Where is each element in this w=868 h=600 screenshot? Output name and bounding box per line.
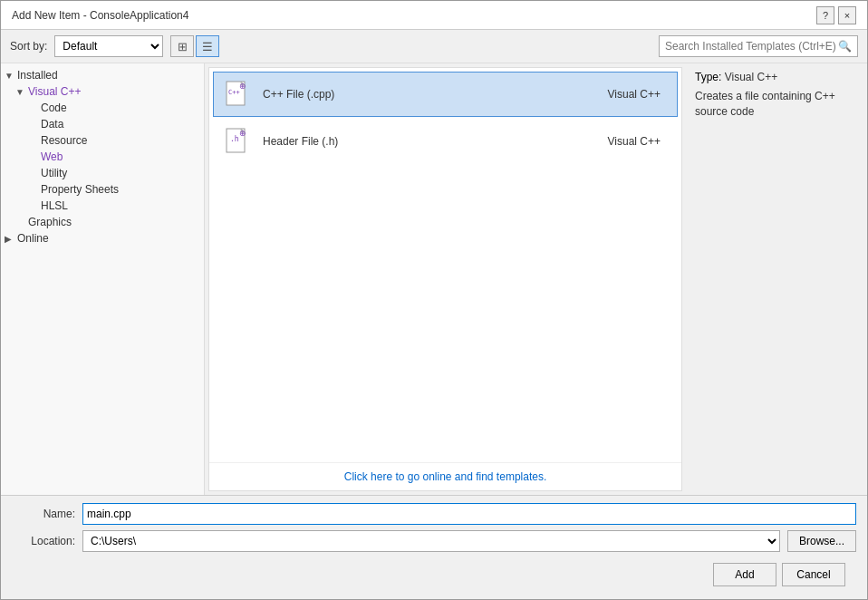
search-icon: 🔍: [838, 40, 852, 53]
view-grid-button[interactable]: ⊞: [170, 35, 194, 57]
type-value: Visual C++: [725, 71, 777, 83]
template-item-cpp[interactable]: C++ ⊕ C++ File (.cpp) Visual C++: [213, 72, 678, 117]
tree-label-graphics: Graphics: [28, 216, 72, 228]
expand-icon-vcpp: ▼: [15, 87, 24, 97]
toolbar: Sort by: Default Name Type ⊞ ☰ 🔍: [1, 30, 867, 63]
spacer-icon-util: [28, 169, 37, 179]
online-link-area: Click here to go online and find templat…: [209, 462, 681, 490]
tree-item-visual-cpp[interactable]: ▼ Visual C++: [1, 83, 204, 100]
name-input[interactable]: [82, 503, 856, 525]
tree-item-graphics[interactable]: Graphics: [1, 214, 204, 230]
content-area: ▼ Installed ▼ Visual C++ Code: [1, 63, 867, 495]
svg-text:C++: C++: [228, 89, 240, 96]
template-item-header[interactable]: .h ⊕ Header File (.h) Visual C++: [213, 119, 678, 164]
location-label: Location:: [12, 535, 75, 547]
online-link[interactable]: Click here to go online and find templat…: [344, 470, 546, 483]
view-buttons: ⊞ ☰: [170, 35, 219, 57]
expand-icon-online: ▶: [5, 234, 14, 244]
tree-label-web: Web: [41, 150, 63, 163]
svg-text:⊕: ⊕: [239, 82, 246, 91]
template-name-header: Header File (.h): [263, 135, 608, 148]
spacer-icon-data: [28, 120, 37, 130]
template-name-cpp: C++ File (.cpp): [263, 88, 608, 101]
help-button[interactable]: ?: [816, 6, 834, 24]
tree-label-utility: Utility: [41, 167, 67, 179]
tree-item-property-sheets[interactable]: Property Sheets: [1, 181, 204, 198]
tree-label-installed: Installed: [17, 69, 58, 82]
tree-label-hlsl: HLSL: [41, 199, 68, 212]
tree-item-utility[interactable]: Utility: [1, 165, 204, 181]
spacer-icon-hlsl: [28, 201, 37, 211]
spacer-icon-web: [28, 152, 37, 162]
tree-label-code: Code: [41, 102, 67, 114]
template-list: C++ ⊕ C++ File (.cpp) Visual C++: [209, 68, 681, 462]
view-list-button[interactable]: ☰: [196, 35, 219, 57]
tree-item-data[interactable]: Data: [1, 116, 204, 132]
tree-label-online: Online: [17, 232, 49, 245]
close-button[interactable]: ×: [838, 6, 856, 24]
template-lang-header: Visual C++: [608, 135, 661, 148]
browse-button[interactable]: Browse...: [787, 530, 856, 552]
tree-item-resource[interactable]: Resource: [1, 132, 204, 149]
add-button[interactable]: Add: [713, 563, 776, 586]
cpp-file-icon: C++ ⊕: [221, 78, 254, 111]
expand-icon: ▼: [5, 71, 14, 81]
tree-item-installed[interactable]: ▼ Installed: [1, 67, 204, 83]
tree-label-resource: Resource: [41, 134, 87, 147]
spacer-icon: [28, 103, 37, 113]
name-label: Name:: [12, 508, 75, 520]
name-row: Name:: [12, 503, 856, 525]
add-new-item-dialog: Add New Item - ConsoleApplication4 ? × S…: [0, 0, 868, 600]
main-panel: C++ ⊕ C++ File (.cpp) Visual C++: [208, 67, 682, 491]
header-file-icon: .h ⊕: [221, 125, 254, 158]
spacer-icon-res: [28, 136, 37, 146]
type-description: Creates a file containing C++ source cod…: [695, 89, 858, 120]
type-label: Type:: [695, 71, 721, 83]
dialog-title: Add New Item - ConsoleApplication4: [12, 9, 188, 22]
tree-item-online[interactable]: ▶ Online: [1, 230, 204, 247]
bottom-area: Name: Location: C:\Users\ Browse... Add …: [1, 495, 867, 599]
tree-label-visual-cpp: Visual C++: [28, 85, 81, 98]
sort-label: Sort by:: [10, 40, 47, 53]
tree-label-data: Data: [41, 118, 63, 131]
search-input[interactable]: [665, 40, 838, 53]
title-bar: Add New Item - ConsoleApplication4 ? ×: [1, 1, 867, 30]
sort-select[interactable]: Default Name Type: [54, 35, 163, 57]
spacer-icon-ps: [28, 185, 37, 195]
spacer-icon-graphics: [15, 218, 24, 227]
left-panel: ▼ Installed ▼ Visual C++ Code: [1, 63, 205, 495]
dialog-buttons: Add Cancel: [12, 557, 856, 592]
location-row: Location: C:\Users\ Browse...: [12, 530, 856, 552]
template-lang-cpp: Visual C++: [608, 88, 661, 101]
type-row: Type: Visual C++: [695, 71, 858, 83]
cancel-button[interactable]: Cancel: [782, 563, 845, 586]
svg-text:⊕: ⊕: [239, 129, 246, 138]
right-panel: Type: Visual C++ Creates a file containi…: [686, 63, 867, 495]
tree-label-property-sheets: Property Sheets: [41, 183, 119, 196]
svg-text:.h: .h: [230, 135, 239, 143]
tree-item-web[interactable]: Web: [1, 149, 204, 165]
tree-item-code[interactable]: Code: [1, 100, 204, 116]
title-bar-controls: ? ×: [816, 6, 856, 24]
tree-item-hlsl[interactable]: HLSL: [1, 198, 204, 214]
location-select[interactable]: C:\Users\: [82, 530, 780, 552]
search-box: 🔍: [659, 35, 858, 57]
